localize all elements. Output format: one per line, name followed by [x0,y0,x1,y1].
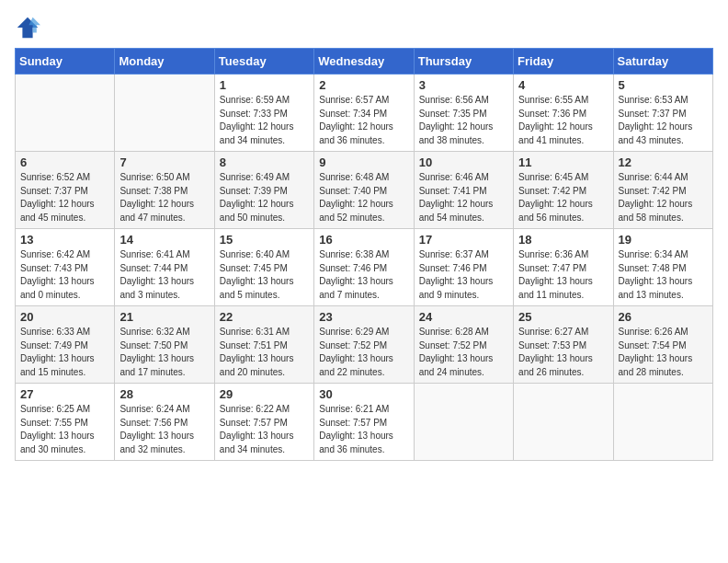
day-number: 16 [319,233,408,247]
calendar-week-row: 20Sunrise: 6:33 AM Sunset: 7:49 PM Dayli… [16,306,713,384]
day-info: Sunrise: 6:55 AM Sunset: 7:36 PM Dayligh… [518,94,608,147]
calendar-week-row: 13Sunrise: 6:42 AM Sunset: 7:43 PM Dayli… [16,229,713,306]
calendar-cell: 17Sunrise: 6:37 AM Sunset: 7:46 PM Dayli… [414,229,513,306]
calendar-cell: 14Sunrise: 6:41 AM Sunset: 7:44 PM Dayli… [115,229,214,306]
day-number: 6 [20,155,109,169]
day-number: 1 [220,78,309,92]
calendar-cell [514,384,613,461]
day-info: Sunrise: 6:49 AM Sunset: 7:39 PM Dayligh… [220,171,309,224]
day-info: Sunrise: 6:21 AM Sunset: 7:57 PM Dayligh… [319,403,408,456]
day-number: 23 [319,310,408,324]
day-number: 11 [518,155,608,169]
logo-icon [15,15,40,40]
day-info: Sunrise: 6:31 AM Sunset: 7:51 PM Dayligh… [220,326,309,379]
calendar-week-row: 1Sunrise: 6:59 AM Sunset: 7:33 PM Daylig… [16,75,713,152]
day-number: 25 [518,310,608,324]
day-number: 3 [419,78,508,92]
day-number: 5 [619,78,708,92]
day-number: 28 [119,387,209,401]
day-number: 10 [419,155,508,169]
day-number: 21 [119,310,209,324]
day-number: 24 [419,310,508,324]
day-info: Sunrise: 6:42 AM Sunset: 7:43 PM Dayligh… [20,248,109,302]
day-info: Sunrise: 6:37 AM Sunset: 7:46 PM Dayligh… [419,248,508,302]
day-info: Sunrise: 6:41 AM Sunset: 7:44 PM Dayligh… [119,248,209,302]
day-info: Sunrise: 6:52 AM Sunset: 7:37 PM Dayligh… [20,171,109,224]
day-info: Sunrise: 6:34 AM Sunset: 7:48 PM Dayligh… [619,248,708,302]
calendar-day-header: Saturday [613,49,712,75]
calendar-day-header: Sunday [16,49,115,75]
logo [15,15,44,40]
calendar-cell: 10Sunrise: 6:46 AM Sunset: 7:41 PM Dayli… [414,152,513,229]
calendar-header-row: SundayMondayTuesdayWednesdayThursdayFrid… [16,49,713,75]
day-info: Sunrise: 6:27 AM Sunset: 7:53 PM Dayligh… [518,326,608,379]
calendar-cell [115,75,214,152]
day-number: 7 [119,155,209,169]
calendar-cell: 1Sunrise: 6:59 AM Sunset: 7:33 PM Daylig… [214,75,313,152]
calendar-day-header: Wednesday [314,49,414,75]
day-info: Sunrise: 6:56 AM Sunset: 7:35 PM Dayligh… [419,94,508,147]
calendar-day-header: Monday [115,49,214,75]
day-info: Sunrise: 6:25 AM Sunset: 7:55 PM Dayligh… [20,403,109,456]
calendar-cell: 6Sunrise: 6:52 AM Sunset: 7:37 PM Daylig… [16,152,115,229]
calendar-cell: 19Sunrise: 6:34 AM Sunset: 7:48 PM Dayli… [613,229,712,306]
day-info: Sunrise: 6:53 AM Sunset: 7:37 PM Dayligh… [619,94,708,147]
day-number: 30 [319,387,408,401]
day-number: 9 [319,155,408,169]
calendar-cell: 18Sunrise: 6:36 AM Sunset: 7:47 PM Dayli… [514,229,613,306]
day-info: Sunrise: 6:33 AM Sunset: 7:49 PM Dayligh… [20,326,109,379]
day-info: Sunrise: 6:36 AM Sunset: 7:47 PM Dayligh… [518,248,608,302]
day-info: Sunrise: 6:40 AM Sunset: 7:45 PM Dayligh… [220,248,309,302]
calendar-day-header: Friday [514,49,613,75]
day-info: Sunrise: 6:45 AM Sunset: 7:42 PM Dayligh… [518,171,608,224]
day-number: 22 [220,310,309,324]
calendar-cell: 22Sunrise: 6:31 AM Sunset: 7:51 PM Dayli… [214,306,313,384]
calendar-week-row: 6Sunrise: 6:52 AM Sunset: 7:37 PM Daylig… [16,152,713,229]
day-info: Sunrise: 6:24 AM Sunset: 7:56 PM Dayligh… [119,403,209,456]
calendar-cell: 25Sunrise: 6:27 AM Sunset: 7:53 PM Dayli… [514,306,613,384]
day-number: 12 [619,155,708,169]
day-info: Sunrise: 6:59 AM Sunset: 7:33 PM Dayligh… [220,94,309,147]
day-number: 4 [518,78,608,92]
day-number: 19 [619,233,708,247]
day-number: 18 [518,233,608,247]
calendar-cell: 9Sunrise: 6:48 AM Sunset: 7:40 PM Daylig… [314,152,414,229]
calendar-cell: 30Sunrise: 6:21 AM Sunset: 7:57 PM Dayli… [314,384,414,461]
day-info: Sunrise: 6:50 AM Sunset: 7:38 PM Dayligh… [119,171,209,224]
calendar-cell: 13Sunrise: 6:42 AM Sunset: 7:43 PM Dayli… [16,229,115,306]
calendar-cell [613,384,712,461]
calendar-cell: 11Sunrise: 6:45 AM Sunset: 7:42 PM Dayli… [514,152,613,229]
day-number: 8 [220,155,309,169]
calendar-cell: 12Sunrise: 6:44 AM Sunset: 7:42 PM Dayli… [613,152,712,229]
calendar-day-header: Tuesday [214,49,313,75]
calendar-day-header: Thursday [414,49,513,75]
calendar-cell: 2Sunrise: 6:57 AM Sunset: 7:34 PM Daylig… [314,75,414,152]
calendar-cell: 28Sunrise: 6:24 AM Sunset: 7:56 PM Dayli… [115,384,214,461]
day-number: 26 [619,310,708,324]
day-number: 29 [220,387,309,401]
calendar-cell: 29Sunrise: 6:22 AM Sunset: 7:57 PM Dayli… [214,384,313,461]
day-info: Sunrise: 6:22 AM Sunset: 7:57 PM Dayligh… [220,403,309,456]
calendar-cell: 3Sunrise: 6:56 AM Sunset: 7:35 PM Daylig… [414,75,513,152]
calendar-cell: 27Sunrise: 6:25 AM Sunset: 7:55 PM Dayli… [16,384,115,461]
calendar-cell: 15Sunrise: 6:40 AM Sunset: 7:45 PM Dayli… [214,229,313,306]
calendar-cell: 7Sunrise: 6:50 AM Sunset: 7:38 PM Daylig… [115,152,214,229]
calendar-table: SundayMondayTuesdayWednesdayThursdayFrid… [15,48,713,461]
day-number: 14 [119,233,209,247]
day-number: 17 [419,233,508,247]
day-number: 13 [20,233,109,247]
day-number: 20 [20,310,109,324]
day-info: Sunrise: 6:46 AM Sunset: 7:41 PM Dayligh… [419,171,508,224]
calendar-cell: 24Sunrise: 6:28 AM Sunset: 7:52 PM Dayli… [414,306,513,384]
day-info: Sunrise: 6:28 AM Sunset: 7:52 PM Dayligh… [419,326,508,379]
calendar-week-row: 27Sunrise: 6:25 AM Sunset: 7:55 PM Dayli… [16,384,713,461]
calendar-cell: 8Sunrise: 6:49 AM Sunset: 7:39 PM Daylig… [214,152,313,229]
day-info: Sunrise: 6:29 AM Sunset: 7:52 PM Dayligh… [319,326,408,379]
calendar-cell: 5Sunrise: 6:53 AM Sunset: 7:37 PM Daylig… [613,75,712,152]
day-number: 27 [20,387,109,401]
day-info: Sunrise: 6:57 AM Sunset: 7:34 PM Dayligh… [319,94,408,147]
calendar-cell: 4Sunrise: 6:55 AM Sunset: 7:36 PM Daylig… [514,75,613,152]
calendar-cell: 23Sunrise: 6:29 AM Sunset: 7:52 PM Dayli… [314,306,414,384]
day-info: Sunrise: 6:48 AM Sunset: 7:40 PM Dayligh… [319,171,408,224]
day-number: 15 [220,233,309,247]
